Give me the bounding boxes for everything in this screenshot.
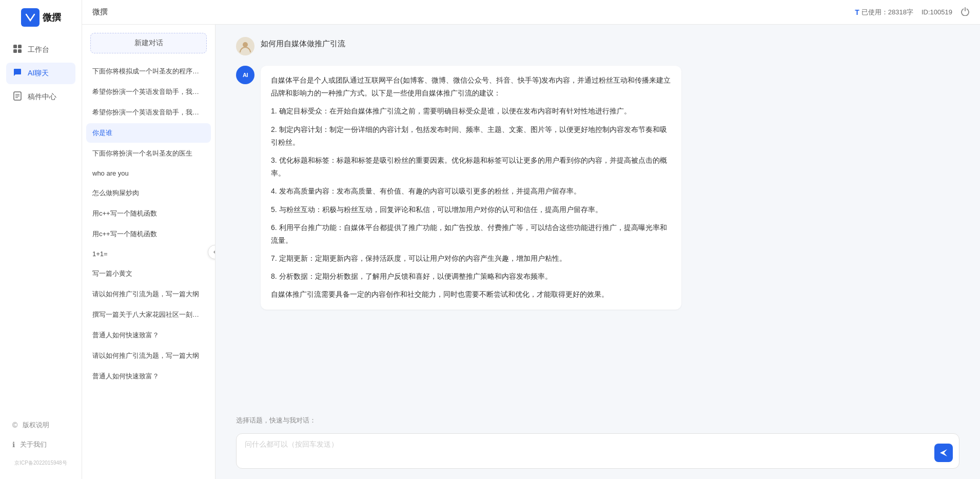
conversation-item[interactable]: 下面你将扮演一个名叫圣友的医生 [86,144,211,163]
chat-messages: 如何用自媒体做推广引流 AI 自媒体平台是个人或团队通过互联网平台(如博客、微博… [215,25,980,412]
conversation-item[interactable]: 写一篇小黄文 [86,264,211,283]
drafts-icon [12,91,23,103]
usage-text: 已使用：28318字 [861,8,913,17]
sidebar-item-drafts[interactable]: 稿件中心 [6,86,75,108]
conversation-item[interactable]: 用c++写一个随机函数 [86,204,211,223]
id-text: ID:100519 [922,8,952,16]
ai-response-paragraph: 4. 发布高质量内容：发布高质量、有价值、有趣的内容可以吸引更多的粉丝，并提高用… [271,185,671,198]
conversation-item[interactable]: 撰写一篇关于八大家花园社区一刻钟便民生... [86,305,211,324]
quick-prompt-area: 选择话题，快速与我对话： [215,412,980,427]
conversation-item[interactable]: 普通人如何快速致富？ [86,325,211,345]
about-icon: ℹ [12,440,15,449]
main: 微撰 T 已使用：28318字 ID:100519 新建对话 下面你将模拟成一个… [82,0,980,479]
conversation-items: 下面你将模拟成一个叫圣友的程序员，我说...希望你扮演一个英语发音助手，我提供给… [82,62,215,479]
power-icon[interactable] [961,7,970,17]
header-title: 微撰 [92,7,108,17]
conversation-item[interactable]: 下面你将模拟成一个叫圣友的程序员，我说... [86,62,211,81]
sidebar: 微撰 工作台 AI聊天 [0,0,82,479]
input-box [236,433,959,469]
ai-avatar: AI [236,66,254,84]
conversation-item[interactable]: 请以如何推广引流为题，写一篇大纲 [86,346,211,366]
conversation-list: 新建对话 下面你将模拟成一个叫圣友的程序员，我说...希望你扮演一个英语发音助手… [82,25,215,479]
svg-rect-3 [18,49,22,53]
copyright-label: 版权说明 [23,420,49,430]
logo-icon [21,8,40,27]
svg-rect-0 [13,45,17,48]
conversation-item[interactable]: who are you [86,164,211,182]
ai-response-paragraph: 自媒体推广引流需要具备一定的内容创作和社交能力，同时也需要不断尝试和优化，才能取… [271,288,671,301]
conversation-item[interactable]: 你是谁 [86,123,211,143]
ai-response-paragraph: 8. 分析数据：定期分析数据，了解用户反馈和喜好，以便调整推广策略和内容发布频率… [271,270,671,283]
user-message: 如何用自媒体做推广引流 [236,37,959,55]
conversation-item[interactable]: 希望你扮演一个英语发音助手，我提供给你... [86,103,211,122]
quick-prompt-label: 选择话题，快速与我对话： [236,416,316,424]
conversation-item[interactable]: 普通人如何快速致富？ [86,367,211,386]
conversation-item[interactable]: 1+1= [86,245,211,263]
user-avatar [236,37,254,55]
ai-response-paragraph: 6. 利用平台推广功能：自媒体平台都提供了推广功能，如广告投放、付费推广等，可以… [271,221,671,247]
about-label: 关于我们 [20,440,47,449]
chat-input[interactable] [245,440,933,461]
svg-rect-2 [13,49,17,53]
user-message-text: 如何用自媒体做推广引流 [261,37,345,51]
sidebar-item-copyright[interactable]: © 版权说明 [6,416,75,434]
sidebar-bottom: © 版权说明 ℹ 关于我们 京ICP备2022015948号 [0,416,82,471]
usage-icon: T [855,8,859,16]
conversation-item[interactable]: 用c++写一个随机函数 [86,224,211,244]
ai-response-paragraph: 3. 优化标题和标签：标题和标签是吸引粉丝的重要因素。优化标题和标签可以让更多的… [271,154,671,180]
sidebar-item-about[interactable]: ℹ 关于我们 [6,436,75,453]
workbench-label: 工作台 [28,45,49,54]
workbench-icon [12,44,23,55]
conversation-item[interactable]: 怎么做狗屎炒肉 [86,183,211,203]
logo-text: 微撰 [43,11,61,24]
conversation-item[interactable]: 请以如何推广引流为题，写一篇大纲 [86,284,211,304]
ai-response-paragraph: 1. 确定目标受众：在开始自媒体推广引流之前，需要明确目标受众是谁，以便在发布内… [271,105,671,118]
svg-point-8 [243,42,248,47]
ai-response-paragraph: 2. 制定内容计划：制定一份详细的内容计划，包括发布时间、频率、主题、文案、图片… [271,123,671,149]
ai-response-paragraph: 5. 与粉丝互动：积极与粉丝互动，回复评论和私信，可以增加用户对你的认可和信任，… [271,203,671,216]
content-area: 新建对话 下面你将模拟成一个叫圣友的程序员，我说...希望你扮演一个英语发音助手… [82,25,980,479]
sidebar-item-workbench[interactable]: 工作台 [6,39,75,61]
ai-response-paragraph: 自媒体平台是个人或团队通过互联网平台(如博客、微博、微信公众号、抖音、快手等)发… [271,74,671,100]
ai-message: AI 自媒体平台是个人或团队通过互联网平台(如博客、微博、微信公众号、抖音、快手… [236,66,959,310]
send-button[interactable] [934,444,953,462]
conversation-item[interactable]: 希望你扮演一个英语发音助手，我提供给你... [86,82,211,102]
ai-response-paragraph: 7. 定期更新：定期更新内容，保持活跃度，可以让用户对你的内容产生兴趣，增加用户… [271,252,671,265]
nav-items: 工作台 AI聊天 稿件中心 [0,39,82,108]
icp-text: 京ICP备2022015948号 [6,455,75,471]
usage-display: T 已使用：28318字 [855,8,913,17]
new-conversation-button[interactable]: 新建对话 [90,33,207,53]
sidebar-item-ai-chat[interactable]: AI聊天 [6,63,75,84]
chat-panel: 如何用自媒体做推广引流 AI 自媒体平台是个人或团队通过互联网平台(如博客、微博… [215,25,980,479]
logo: 微撰 [13,8,69,27]
svg-rect-1 [18,45,22,48]
header: 微撰 T 已使用：28318字 ID:100519 [82,0,980,25]
drafts-label: 稿件中心 [28,92,56,102]
ai-message-bubble: 自媒体平台是个人或团队通过互联网平台(如博客、微博、微信公众号、抖音、快手等)发… [261,66,681,310]
ai-chat-label: AI聊天 [28,69,49,78]
copyright-icon: © [12,421,17,429]
header-right: T 已使用：28318字 ID:100519 [855,7,970,17]
ai-chat-icon [12,68,23,79]
input-area [215,427,980,479]
